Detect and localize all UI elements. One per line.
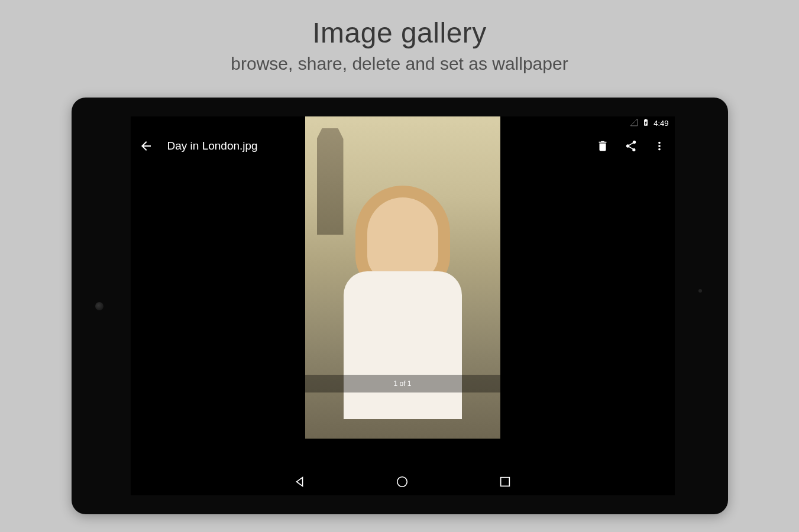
nav-home-button[interactable] [396,475,409,488]
navigation-bar [131,468,675,495]
tablet-camera [95,302,103,310]
svg-point-0 [397,477,407,487]
tablet-frame: 4:49 Day in London.jpg 1 [72,98,728,514]
page-subtitle: browse, share, delete and set as wallpap… [231,54,568,74]
overflow-menu-button[interactable] [652,139,667,153]
nav-recent-button[interactable] [499,475,512,488]
tablet-power-indicator [698,289,702,293]
photo-subject [344,271,462,419]
photo-counter: 1 of 1 [305,375,500,392]
share-button[interactable] [624,139,638,153]
status-time: 4:49 [654,119,668,128]
photo-landmark [317,128,344,235]
svg-rect-1 [500,478,509,486]
device-screen: 4:49 Day in London.jpg 1 [131,116,675,495]
page-title: Image gallery [312,17,487,49]
photo-container: 1 of 1 [305,116,500,422]
battery-charging-icon [642,118,650,128]
back-button[interactable] [139,139,153,153]
image-viewer[interactable]: 1 of 1 [131,163,675,468]
nav-back-button[interactable] [293,475,306,488]
delete-button[interactable] [596,139,610,153]
signal-empty-icon [630,118,638,128]
